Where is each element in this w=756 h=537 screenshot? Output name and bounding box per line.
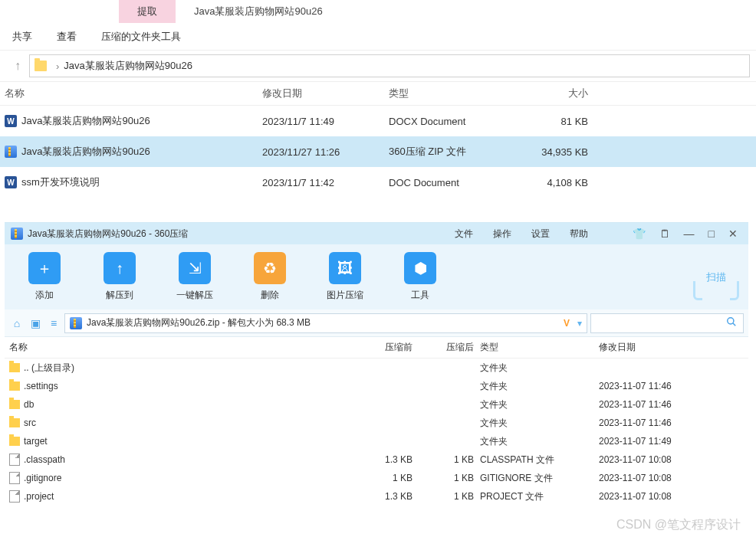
zip-item-date: 2023-11-07 11:46 (599, 417, 714, 428)
file-type: DOC Document (389, 177, 511, 188)
zip-item-before: 1 KB (357, 473, 419, 483)
zip-window-title: Java某服装店购物网站90u26 - 360压缩 (28, 228, 188, 241)
file-date: 2023/11/7 11:49 (262, 116, 389, 127)
zip-row[interactable]: .settings文件夹2023-11-07 11:46 (5, 377, 748, 395)
svg-point-0 (728, 318, 734, 324)
home-icon[interactable]: ⌂ (9, 317, 25, 329)
zip-toolbar: ＋添加 ↑解压到 ⇲一键解压 ♻删除 🖼图片压缩 ⬢工具 扫描 (5, 244, 748, 309)
zip-item-type: GITIGNORE 文件 (480, 472, 599, 485)
toolbar-add[interactable]: ＋添加 (14, 252, 75, 302)
file-name: Java某服装店购物网站90u26 (21, 114, 150, 128)
one-click-icon: ⇲ (179, 252, 211, 284)
zip-item-type: PROJECT 文件 (480, 490, 599, 503)
zip-item-type: 文件夹 (480, 435, 599, 448)
tab-archive-title[interactable]: Java某服装店购物网站90u26 (176, 0, 341, 23)
file-date: 2023/11/7 11:42 (262, 177, 389, 188)
toolbar-img-compress[interactable]: 🖼图片压缩 (314, 252, 376, 302)
search-icon (726, 316, 737, 329)
zip-item-type: 文件夹 (480, 417, 599, 430)
zip-titlebar[interactable]: Java某服装店购物网站90u26 - 360压缩 文件 操作 设置 帮助 👕 … (5, 223, 748, 244)
zcol-name[interactable]: 名称 (5, 341, 357, 354)
zip-row[interactable]: target文件夹2023-11-07 11:49 (5, 432, 748, 450)
zip-item-name: target (24, 436, 48, 447)
toolbar-tools[interactable]: ⬢工具 (390, 252, 451, 302)
zip-item-type: 文件夹 (480, 380, 599, 393)
tools-icon: ⬢ (404, 252, 436, 284)
maximize-icon[interactable]: □ (704, 228, 719, 240)
col-size[interactable]: 大小 (511, 87, 596, 100)
menu-zip-tool[interactable]: 压缩的文件夹工具 (89, 23, 193, 51)
zip-menu-settings[interactable]: 设置 (524, 228, 557, 241)
archive-icon (70, 317, 82, 329)
zip-item-name: .settings (24, 381, 58, 391)
minimize-icon[interactable]: — (679, 228, 699, 240)
shirt-icon[interactable]: 👕 (628, 228, 650, 240)
zip-search-input[interactable] (590, 313, 744, 333)
zcol-before[interactable]: 压缩前 (357, 341, 419, 354)
folder-tree-icon[interactable]: ▣ (28, 317, 43, 329)
add-icon: ＋ (28, 252, 61, 284)
top-tab-bar: 提取 Java某服装店购物网站90u26 (0, 0, 756, 23)
file-row[interactable]: WJava某服装店购物网站90u262023/11/7 11:49DOCX Do… (0, 106, 756, 136)
zip-item-date: 2023-11-07 10:08 (599, 473, 714, 483)
zip-item-type: 文件夹 (480, 362, 599, 375)
folder-icon (9, 381, 20, 391)
zip-list-header: 名称 压缩前 压缩后 类型 修改日期 (5, 337, 748, 359)
chevron-right-icon: › (51, 61, 64, 72)
file-icon (9, 454, 20, 466)
zcol-after[interactable]: 压缩后 (419, 341, 480, 354)
zip-item-after: 1 KB (419, 491, 480, 502)
folder-icon (9, 400, 20, 409)
zip-row[interactable]: db文件夹2023-11-07 11:46 (5, 395, 748, 414)
zip-item-name: src (24, 417, 36, 428)
zip-row[interactable]: .gitignore1 KB1 KBGITIGNORE 文件2023-11-07… (5, 469, 748, 487)
note-icon[interactable]: 🗒 (655, 228, 675, 240)
zip-path-text: Java某服装店购物网站90u26.zip - 解包大小为 68.3 MB (87, 316, 311, 329)
file-name: Java某服装店购物网站90u26 (21, 145, 150, 159)
zcol-date[interactable]: 修改日期 (599, 341, 714, 354)
zip-item-date: 2023-11-07 11:46 (599, 381, 714, 391)
toolbar-delete[interactable]: ♻删除 (239, 252, 301, 302)
zip-row[interactable]: .classpath1.3 KB1 KBCLASSPATH 文件2023-11-… (5, 450, 748, 469)
folder-icon (35, 61, 47, 71)
zip-item-before: 1.3 KB (357, 491, 419, 502)
zip-item-name: .. (上级目录) (24, 362, 74, 375)
word-icon: W (5, 115, 17, 127)
zip-row[interactable]: .project1.3 KB1 KBPROJECT 文件2023-11-07 1… (5, 487, 748, 506)
v-badge[interactable]: V (560, 318, 573, 329)
menu-view[interactable]: 查看 (44, 23, 89, 51)
file-row[interactable]: Wssm开发环境说明2023/11/7 11:42DOC Document4,1… (0, 167, 756, 198)
zip-row[interactable]: src文件夹2023-11-07 11:46 (5, 414, 748, 432)
menu-share[interactable]: 共享 (0, 23, 44, 51)
toolbar-one-click[interactable]: ⇲一键解压 (164, 252, 225, 302)
file-size: 34,935 KB (511, 146, 596, 158)
breadcrumb[interactable]: › Java某服装店购物网站90u26 (29, 54, 750, 77)
zcol-type[interactable]: 类型 (480, 341, 599, 354)
col-type[interactable]: 类型 (389, 87, 511, 100)
zip-menu-file[interactable]: 文件 (447, 228, 481, 241)
zip-menu-ops[interactable]: 操作 (485, 228, 519, 241)
explorer-header: 名称 修改日期 类型 大小 (0, 81, 756, 106)
zip-item-after: 1 KB (419, 454, 480, 465)
zip-item-date: 2023-11-07 10:08 (599, 491, 714, 502)
col-date[interactable]: 修改日期 (262, 87, 389, 100)
file-row[interactable]: Java某服装店购物网站90u262023/11/27 11:26360压缩 Z… (0, 136, 756, 167)
col-name[interactable]: 名称 (0, 87, 262, 100)
zip-window: Java某服装店购物网站90u26 - 360压缩 文件 操作 设置 帮助 👕 … (5, 222, 748, 536)
zip-path-input[interactable]: Java某服装店购物网站90u26.zip - 解包大小为 68.3 MB V … (64, 313, 587, 333)
zip-item-name: db (24, 399, 34, 410)
zip-row[interactable]: .. (上级目录)文件夹 (5, 359, 748, 377)
close-icon[interactable]: ✕ (724, 228, 742, 240)
scan-button[interactable]: 扫描 (693, 254, 739, 300)
watermark: CSDN @笔文程序设计 (616, 517, 741, 533)
tab-extract[interactable]: 提取 (119, 0, 176, 23)
zip-item-type: 文件夹 (480, 398, 599, 411)
folder-icon (9, 363, 20, 372)
toolbar-extract-to[interactable]: ↑解压到 (89, 252, 150, 302)
folder-icon (9, 437, 20, 446)
list-icon[interactable]: ≡ (46, 317, 61, 329)
zip-menu-help[interactable]: 帮助 (562, 228, 596, 241)
chevron-down-icon[interactable]: ▾ (577, 318, 582, 329)
up-icon[interactable]: ↑ (6, 59, 29, 73)
folder-icon (9, 418, 20, 427)
